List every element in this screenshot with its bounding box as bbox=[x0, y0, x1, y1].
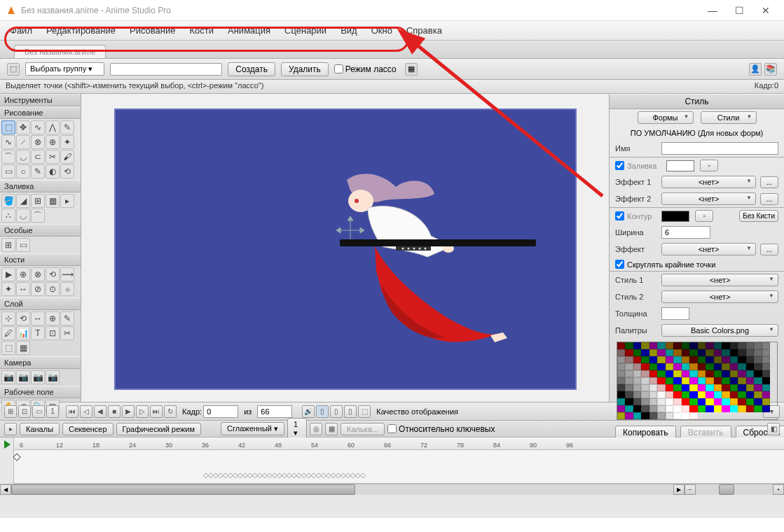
tool-tg-layer-0[interactable]: ⊹ bbox=[1, 312, 15, 326]
palette-cell[interactable] bbox=[706, 356, 714, 363]
palette-cell[interactable] bbox=[682, 377, 690, 384]
palette-cell[interactable] bbox=[682, 342, 690, 349]
palette-cell[interactable] bbox=[714, 384, 722, 391]
palette-cell[interactable] bbox=[698, 370, 706, 377]
palette-cell[interactable] bbox=[722, 384, 730, 391]
palette-cell[interactable] bbox=[633, 370, 642, 377]
palette-cell[interactable] bbox=[617, 349, 626, 356]
palette-cell[interactable] bbox=[689, 391, 698, 398]
palette-cell[interactable] bbox=[746, 349, 755, 356]
palette-cell[interactable] bbox=[754, 370, 762, 377]
step-fwd[interactable]: ▷ bbox=[136, 405, 149, 418]
palette-dropdown[interactable]: Basic Colors.png bbox=[661, 324, 778, 337]
palette-cell[interactable] bbox=[673, 349, 682, 356]
tool-tg-layer-10[interactable]: ⬚ bbox=[1, 341, 15, 355]
palette-cell[interactable] bbox=[657, 356, 666, 363]
palette-cell[interactable] bbox=[746, 377, 755, 384]
minimize-button[interactable]: — bbox=[706, 5, 720, 16]
color-palette[interactable] bbox=[617, 342, 778, 420]
palette-cell[interactable] bbox=[641, 370, 649, 377]
tool-tg-bones-5[interactable]: ✦ bbox=[1, 282, 15, 296]
palette-cell[interactable] bbox=[762, 391, 771, 398]
palette-cell[interactable] bbox=[657, 412, 666, 419]
fill-extra-button[interactable]: ▫ bbox=[700, 160, 718, 172]
round-caps-checkbox[interactable] bbox=[615, 260, 624, 269]
transport-btn-3[interactable]: ▭ bbox=[32, 405, 45, 418]
palette-cell[interactable] bbox=[706, 391, 714, 398]
palette-cell[interactable] bbox=[714, 377, 722, 384]
box2[interactable]: ▯ bbox=[330, 405, 343, 418]
tool-tg-draw-9[interactable]: ✦ bbox=[60, 135, 74, 149]
palette-cell[interactable] bbox=[633, 384, 642, 391]
palette-cell[interactable] bbox=[698, 391, 706, 398]
palette-cell[interactable] bbox=[762, 363, 771, 370]
palette-cell[interactable] bbox=[666, 356, 674, 363]
sequencer-tab[interactable]: Секвенсер bbox=[62, 423, 114, 435]
palette-cell[interactable] bbox=[617, 370, 626, 377]
palette-cell[interactable] bbox=[689, 349, 698, 356]
palette-cell[interactable] bbox=[625, 398, 633, 405]
scroll-left[interactable]: ◀ bbox=[0, 484, 11, 495]
palette-cell[interactable] bbox=[625, 377, 633, 384]
audio-btn[interactable]: 🔊 bbox=[302, 405, 315, 418]
palette-cell[interactable] bbox=[722, 349, 730, 356]
total-frames-input[interactable] bbox=[257, 405, 292, 418]
palette-cell[interactable] bbox=[689, 356, 698, 363]
palette-cell[interactable] bbox=[657, 405, 666, 412]
palette-cell[interactable] bbox=[698, 363, 706, 370]
palette-cell[interactable] bbox=[762, 384, 771, 391]
style1-dropdown[interactable]: <нет> bbox=[661, 274, 778, 286]
palette-cell[interactable] bbox=[641, 391, 649, 398]
effect1-options[interactable]: ... bbox=[760, 176, 778, 188]
tool-tg-bones-0[interactable]: ▶ bbox=[1, 267, 15, 281]
palette-cell[interactable] bbox=[633, 398, 642, 405]
palette-cell[interactable] bbox=[762, 342, 771, 349]
shapes-dropdown[interactable]: Формы bbox=[638, 111, 694, 124]
palette-cell[interactable] bbox=[682, 363, 690, 370]
palette-cell[interactable] bbox=[730, 349, 738, 356]
palette-cell[interactable] bbox=[754, 391, 762, 398]
play-back[interactable]: ◀ bbox=[94, 405, 106, 418]
palette-cell[interactable] bbox=[706, 349, 714, 356]
palette-cell[interactable] bbox=[754, 377, 762, 384]
palette-cell[interactable] bbox=[730, 405, 738, 412]
loop[interactable]: ↻ bbox=[164, 405, 177, 418]
palette-cell[interactable] bbox=[649, 377, 658, 384]
palette-cell[interactable] bbox=[706, 370, 714, 377]
timeline-collapse[interactable]: ▸ bbox=[4, 423, 17, 435]
palette-cell[interactable] bbox=[689, 412, 698, 419]
palette-cell[interactable] bbox=[657, 398, 666, 405]
group-name-input[interactable] bbox=[110, 63, 222, 76]
palette-cell[interactable] bbox=[649, 398, 658, 405]
user-icon[interactable]: 👤 bbox=[749, 63, 762, 76]
playhead-icon[interactable] bbox=[4, 440, 11, 449]
create-button[interactable]: Создать bbox=[228, 62, 275, 76]
palette-cell[interactable] bbox=[730, 370, 738, 377]
palette-cell[interactable] bbox=[730, 377, 738, 384]
palette-cell[interactable] bbox=[706, 384, 714, 391]
palette-cell[interactable] bbox=[666, 349, 674, 356]
palette-cell[interactable] bbox=[746, 391, 755, 398]
palette-cell[interactable] bbox=[641, 363, 649, 370]
tool-tg-draw-18[interactable]: ◐ bbox=[46, 164, 60, 178]
timeline-tracks[interactable]: ◇◇◇◇◇◇◇◇◇◇◇◇◇◇◇◇◇◇◇◇◇◇◇◇◇◇◇◇◇◇◇◇◇ bbox=[14, 450, 784, 484]
tool-tg-bones-3[interactable]: ⟲ bbox=[46, 267, 60, 281]
palette-cell[interactable] bbox=[722, 398, 730, 405]
menu-help[interactable]: Справка bbox=[404, 24, 445, 37]
palette-cell[interactable] bbox=[666, 370, 674, 377]
tool-tg-draw-15[interactable]: ▭ bbox=[1, 164, 15, 178]
palette-cell[interactable] bbox=[738, 384, 746, 391]
palette-cell[interactable] bbox=[633, 349, 642, 356]
palette-cell[interactable] bbox=[746, 356, 755, 363]
palette-cell[interactable] bbox=[657, 391, 666, 398]
palette-cell[interactable] bbox=[682, 370, 690, 377]
palette-cell[interactable] bbox=[641, 349, 649, 356]
palette-cell[interactable] bbox=[762, 356, 771, 363]
palette-cell[interactable] bbox=[714, 405, 722, 412]
palette-cell[interactable] bbox=[698, 342, 706, 349]
box1[interactable]: ▯ bbox=[316, 405, 329, 418]
tl-icon1[interactable]: ◎ bbox=[310, 423, 322, 435]
palette-cell[interactable] bbox=[617, 384, 626, 391]
palette-cell[interactable] bbox=[698, 405, 706, 412]
menu-draw[interactable]: Рисование bbox=[127, 24, 178, 37]
